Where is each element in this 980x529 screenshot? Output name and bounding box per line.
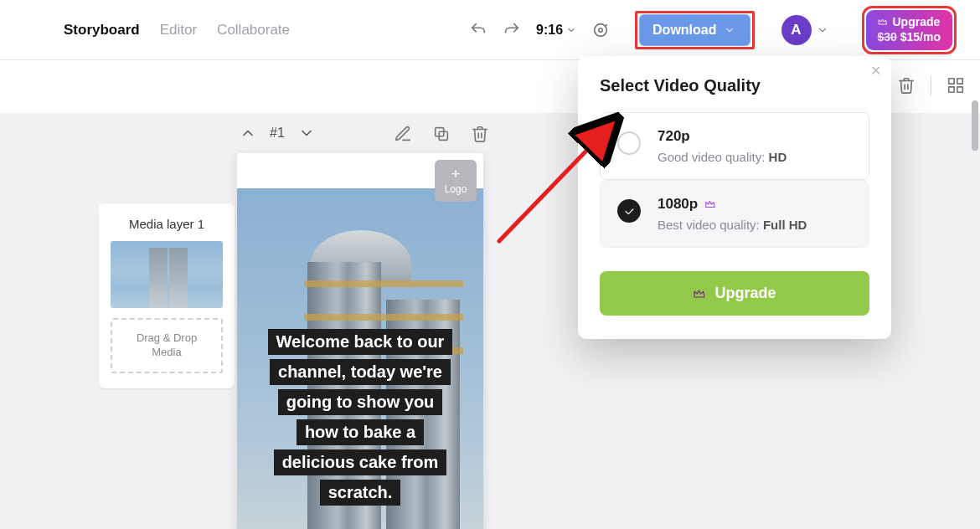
tab-editor[interactable]: Editor <box>160 22 197 39</box>
chevron-up-icon[interactable] <box>240 125 256 141</box>
media-drop-zone[interactable]: Drag & Drop Media <box>111 318 223 373</box>
quality-option-1080p[interactable]: 1080p Best video quality: Full HD <box>600 180 869 248</box>
svg-rect-2 <box>949 79 954 84</box>
radio-selected-icon <box>617 199 641 223</box>
caption-line: how to bake a <box>297 419 424 445</box>
quality-option-720p[interactable]: 720p Good video quality: HD <box>600 112 869 180</box>
quality-popover: ✕ Select Video Quality 720p Good video q… <box>578 56 891 339</box>
media-layer-card: Media layer 1 Drag & Drop Media <box>99 203 235 388</box>
svg-rect-3 <box>957 79 962 84</box>
scene-header: #1 <box>240 125 315 141</box>
caption-line: going to show you <box>278 389 443 415</box>
main-tabs: Storyboard Editor Collaborate <box>64 22 290 39</box>
drop-line-2: Media <box>117 346 216 360</box>
media-thumbnail[interactable] <box>111 241 223 308</box>
download-label: Download <box>652 23 716 38</box>
quality-desc: Best video quality: <box>658 218 763 232</box>
media-layer-title: Media layer 1 <box>111 217 223 231</box>
upgrade-label: Upgrade <box>893 15 941 28</box>
aspect-ratio-value: 9:16 <box>536 23 563 38</box>
aspect-ratio-dropdown[interactable]: 9:16 <box>536 23 576 38</box>
trash-icon[interactable] <box>897 76 916 95</box>
drop-line-1: Drag & Drop <box>117 331 216 346</box>
svg-rect-5 <box>957 87 962 92</box>
quality-name: 720p <box>658 128 690 145</box>
plus-icon: + <box>451 167 461 182</box>
caption-line: scratch. <box>320 480 401 506</box>
svg-point-1 <box>599 28 603 32</box>
upgrade-pill[interactable]: Upgrade $30 $15/mo <box>866 10 953 50</box>
quality-desc-bold: Full HD <box>763 218 807 232</box>
avatar: A <box>781 15 812 45</box>
tab-collaborate[interactable]: Collaborate <box>217 22 290 39</box>
caption-line: delicious cake from <box>274 449 447 475</box>
caption-line: channel, today we're <box>270 359 451 385</box>
close-icon[interactable]: ✕ <box>870 63 881 79</box>
topbar-right-group: 9:16 Download A Upgrade $30 <box>469 6 957 54</box>
logo-label: Logo <box>445 183 467 195</box>
new-price: $15/mo <box>900 30 941 44</box>
topbar: Storyboard Editor Collaborate 9:16 Downl… <box>0 0 980 60</box>
quality-desc-bold: HD <box>769 150 787 164</box>
slide-preview[interactable]: + Logo Welcome back to our channel, toda… <box>237 153 483 529</box>
crown-icon <box>878 17 888 27</box>
logo-placeholder[interactable]: + Logo <box>435 160 477 202</box>
crown-icon <box>704 198 716 210</box>
upgrade-highlight-box: Upgrade $30 $15/mo <box>862 6 957 54</box>
chevron-down-icon <box>817 24 828 36</box>
quality-desc: Good video quality: <box>658 150 769 164</box>
svg-rect-4 <box>949 87 954 92</box>
trash-icon[interactable] <box>471 125 489 143</box>
scrollbar-thumb[interactable] <box>972 100 978 151</box>
redo-icon[interactable] <box>503 21 521 39</box>
scene-number: #1 <box>270 126 285 141</box>
radio-unselected-icon <box>617 131 641 155</box>
crown-icon <box>693 287 706 300</box>
tab-storyboard[interactable]: Storyboard <box>64 22 140 39</box>
grid-icon[interactable] <box>946 76 965 95</box>
chevron-down-icon[interactable] <box>298 125 315 141</box>
download-button[interactable]: Download <box>639 14 750 46</box>
settings-icon[interactable] <box>591 21 610 39</box>
undo-icon[interactable] <box>469 21 487 39</box>
edit-icon[interactable] <box>394 125 412 143</box>
caption-line: Welcome back to our <box>268 329 453 355</box>
account-menu[interactable]: A <box>781 15 828 45</box>
popover-title: Select Video Quality <box>600 76 869 95</box>
canvas-toolbar-right <box>897 75 965 95</box>
caption-text[interactable]: Welcome back to our channel, today we're… <box>237 329 483 506</box>
old-price: $30 <box>878 30 897 44</box>
divider <box>931 75 931 95</box>
quality-name: 1080p <box>658 196 698 213</box>
chevron-down-icon <box>724 24 735 36</box>
chevron-down-icon <box>566 25 576 35</box>
download-highlight-box: Download <box>635 11 754 49</box>
popover-upgrade-label: Upgrade <box>714 285 776 302</box>
popover-upgrade-button[interactable]: Upgrade <box>600 271 869 316</box>
duplicate-icon[interactable] <box>432 125 451 143</box>
scene-actions <box>394 125 489 143</box>
